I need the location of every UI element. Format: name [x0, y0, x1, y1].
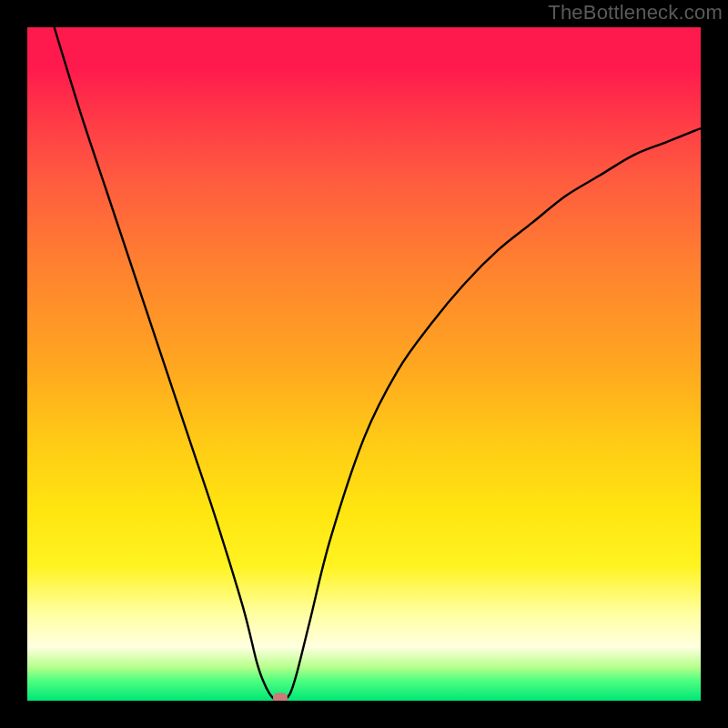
optimal-point-marker [273, 693, 288, 702]
watermark-text: TheBottleneck.com [548, 1, 723, 25]
bottleneck-curve-path [55, 27, 701, 701]
chart-plot-area [27, 27, 701, 701]
chart-curve-layer [27, 27, 701, 701]
